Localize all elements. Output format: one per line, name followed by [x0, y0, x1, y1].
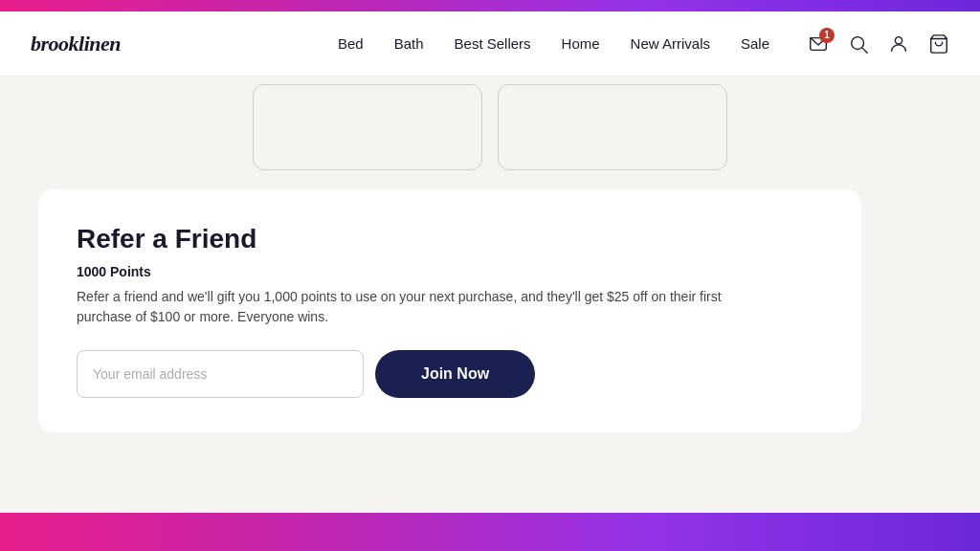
card-placeholder-1: [253, 84, 482, 170]
nav-icons: 1: [808, 33, 949, 55]
email-badge: 1: [819, 28, 835, 43]
nav-item-new-arrivals[interactable]: New Arrivals: [631, 35, 710, 52]
refer-form: Join Now: [77, 350, 823, 398]
bottom-gradient-bar: [0, 513, 980, 551]
refer-section: Refer a Friend 1000 Points Refer a frien…: [38, 189, 861, 432]
main-nav: Bed Bath Best Sellers Home New Arrivals …: [338, 35, 769, 52]
account-icon: [888, 33, 909, 55]
email-input[interactable]: [77, 350, 364, 398]
refer-points: 1000 Points: [77, 264, 823, 279]
card-placeholder-2: [498, 84, 727, 170]
email-icon-button[interactable]: 1: [808, 33, 829, 55]
account-icon-button[interactable]: [888, 33, 909, 55]
join-now-button[interactable]: Join Now: [375, 350, 535, 398]
refer-title: Refer a Friend: [77, 224, 823, 254]
cart-icon-button[interactable]: [928, 33, 949, 55]
nav-item-bath[interactable]: Bath: [394, 35, 424, 52]
refer-description: Refer a friend and we'll gift you 1,000 …: [77, 287, 766, 327]
cards-row: [38, 77, 942, 170]
search-icon-button[interactable]: [848, 33, 869, 55]
logo[interactable]: brooklinen: [31, 32, 121, 56]
search-icon: [848, 33, 869, 55]
header: brooklinen Bed Bath Best Sellers Home Ne…: [0, 11, 980, 77]
top-gradient-bar: [0, 0, 980, 11]
svg-point-3: [895, 36, 902, 43]
svg-point-1: [852, 36, 864, 49]
main-content: Refer a Friend 1000 Points Refer a frien…: [0, 77, 980, 513]
svg-line-2: [862, 48, 867, 53]
nav-item-home[interactable]: Home: [562, 35, 600, 52]
nav-item-best-sellers[interactable]: Best Sellers: [455, 35, 531, 52]
nav-item-bed[interactable]: Bed: [338, 35, 364, 52]
nav-item-sale[interactable]: Sale: [741, 35, 769, 52]
cart-icon: [928, 33, 949, 55]
